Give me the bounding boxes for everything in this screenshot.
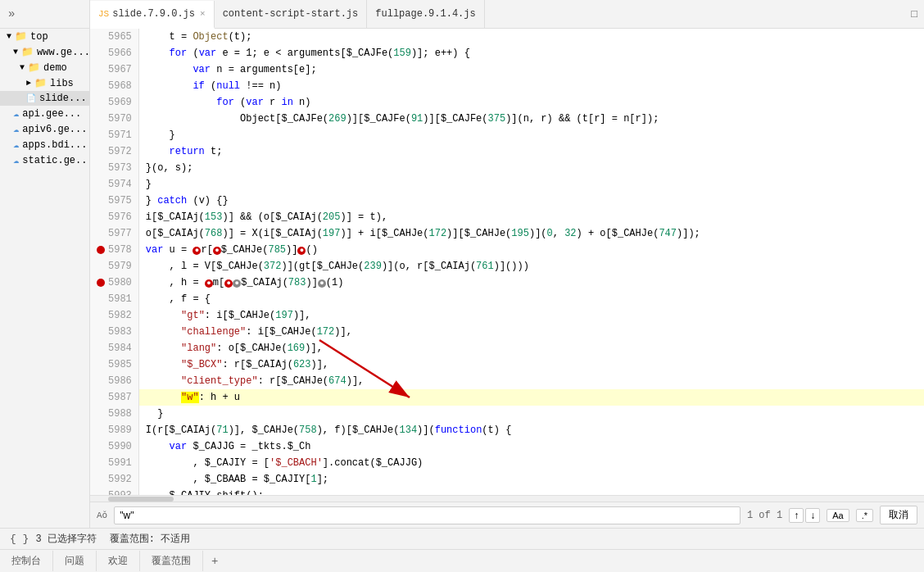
file-icon-slide: 📄 (26, 93, 36, 103)
tab-label-content: content-script-start.js (223, 8, 359, 20)
tab-label-slide: slide.7.9.0.js (112, 8, 195, 20)
ln-5993: 5993 (97, 488, 132, 495)
sidebar-label-www: www.ge... (37, 47, 89, 58)
folder-arrow-demo: ▼ (20, 63, 25, 72)
line-numbers: 5965 5966 5967 5968 5969 5970 5971 5972 … (90, 29, 139, 495)
code-line-5973: }(o, s); (139, 160, 924, 176)
code-line-5979: , l = V[$_CAHJe(372)](gt[$_CAHJe(239)](o… (139, 258, 924, 275)
code-line-5986: "client_type": r[$_CAHJe(674)], (139, 373, 924, 389)
code-line-5965: t = Object(t); (139, 29, 924, 45)
ln-5977: 5977 (97, 225, 132, 242)
sidebar-label-apiv6: apiv6.ge... (22, 124, 87, 135)
folder-arrow-www: ▼ (13, 48, 18, 57)
code-line-5987: "w": h + u (139, 389, 924, 406)
ln-5973: 5973 (97, 160, 132, 176)
tab-fullpage[interactable]: fullpage.9.1.4.js (367, 0, 484, 28)
ln-5990: 5990 (97, 438, 132, 455)
close-tab-slide[interactable]: × (200, 9, 206, 19)
code-line-5983: "challenge": i[$_CAHJe(172)], (139, 324, 924, 340)
tab-content-script[interactable]: content-script-start.js (215, 0, 368, 28)
sidebar-item-libs[interactable]: ► 📁 libs (0, 75, 89, 91)
editor-wrapper: 5965 5966 5967 5968 5969 5970 5971 5972 … (90, 29, 924, 528)
bottom-tab-coverage[interactable]: 覆盖范围 (140, 551, 203, 571)
sidebar-toggle-area: » (0, 0, 90, 28)
bottom-tab-welcome[interactable]: 欢迎 (97, 551, 140, 571)
code-content[interactable]: t = Object(t); for (var e = 1; e < argum… (139, 29, 924, 495)
search-case-btn[interactable]: Aa (827, 509, 849, 522)
search-input-wrap (114, 506, 741, 524)
ln-5974: 5974 (97, 176, 132, 193)
ln-5972: 5972 (97, 143, 132, 160)
code-line-5972: return t; (139, 143, 924, 160)
folder-arrow-top: ▼ (7, 32, 11, 41)
new-tab-btn[interactable]: □ (904, 8, 924, 20)
sidebar-item-www[interactable]: ▼ 📁 www.ge... (0, 44, 89, 60)
search-next-btn[interactable]: ↓ (805, 508, 820, 523)
code-line-5990: var $_CAJJG = _tkts.$_Ch (139, 438, 924, 455)
ln-5965: 5965 (97, 29, 132, 45)
code-line-5966: for (var e = 1; e < arguments[$_CAJFe(15… (139, 45, 924, 61)
ln-5978: 5978 (97, 242, 132, 258)
sidebar-label-slide: slide... (39, 93, 87, 104)
scrollbar-thumb[interactable] (108, 497, 174, 502)
ln-5971: 5971 (97, 127, 132, 143)
selection-info: 3 已选择字符 (35, 532, 96, 546)
expand-icon[interactable]: » (5, 6, 18, 22)
code-line-5974: } (139, 176, 924, 193)
search-bar: Aǒ 1 of 1 ↑ ↓ Aa .* 取消 (90, 502, 924, 528)
code-line-5991: , $_CAJIY = ['$_CBACH'].concat($_CAJJG) (139, 455, 924, 471)
code-line-5989: I(r[$_CAIAj(71)], $_CAHJe(758), f)[$_CAH… (139, 422, 924, 438)
ln-5975: 5975 (97, 193, 132, 209)
code-line-5981: , f = { (139, 291, 924, 307)
folder-icon-libs: 📁 (34, 77, 47, 89)
code-line-5976: i[$_CAIAj(153)] && (o[$_CAIAj(205)] = t)… (139, 209, 924, 225)
sidebar-label-apps: apps.bdi... (22, 139, 87, 151)
folder-icon-top: 📁 (15, 30, 27, 43)
code-line-5968: if (null !== n) (139, 78, 924, 94)
horizontal-scrollbar[interactable] (90, 495, 924, 502)
sidebar-item-api[interactable]: ☁ api.gee... (0, 106, 89, 121)
tab-label-fullpage: fullpage.9.1.4.js (375, 8, 475, 20)
code-line-5971: } (139, 127, 924, 143)
ln-5985: 5985 (97, 356, 132, 373)
sidebar-label-api: api.gee... (22, 108, 81, 120)
ln-5970: 5970 (97, 111, 132, 127)
sidebar-label-libs: libs (50, 78, 74, 89)
code-line-5967: var n = arguments[e]; (139, 61, 924, 78)
status-bar: { } 3 已选择字符 覆盖范围: 不适用 (0, 528, 924, 549)
code-line-5984: "lang": o[$_CAHJe(169)], (139, 340, 924, 356)
code-line-5970: Object[$_CAJFe(269)][$_CAJFe(91)][$_CAJF… (139, 111, 924, 127)
sidebar-item-slide[interactable]: 📄 slide... (0, 91, 89, 106)
cloud-icon-apiv6: ☁ (13, 123, 19, 135)
search-cancel-btn[interactable]: 取消 (880, 506, 917, 524)
tab-icon-slide: JS (98, 9, 109, 19)
search-prev-btn[interactable]: ↑ (789, 508, 804, 523)
tab-bar: » JS slide.7.9.0.js × content-script-sta… (0, 0, 924, 29)
coverage-info: 覆盖范围: 不适用 (110, 532, 190, 546)
code-line-5980: , h = ●m[●●$_CAIAj(783)]●(1) (139, 275, 924, 291)
sidebar-item-apiv6[interactable]: ☁ apiv6.ge... (0, 121, 89, 137)
sidebar-label-demo: demo (43, 62, 67, 74)
ln-5969: 5969 (97, 94, 132, 111)
code-line-5993: $_CAJIY.shift(); (139, 488, 924, 495)
code-line-5978: var u = ●r[●$_CAHJe(785)]●() (139, 242, 924, 258)
code-area[interactable]: 5965 5966 5967 5968 5969 5970 5971 5972 … (90, 29, 924, 495)
add-panel-btn[interactable]: + (203, 552, 226, 571)
bottom-tab-issues[interactable]: 问题 (53, 551, 97, 571)
search-input[interactable] (120, 510, 735, 521)
code-line-5975: } catch (v) {} (139, 193, 924, 209)
ln-5983: 5983 (97, 324, 132, 340)
tab-slide-js[interactable]: JS slide.7.9.0.js × (90, 1, 215, 29)
search-nav: ↑ ↓ (789, 508, 820, 523)
sidebar-item-apps[interactable]: ☁ apps.bdi... (0, 137, 89, 152)
ln-5989: 5989 (97, 422, 132, 438)
sidebar-item-demo[interactable]: ▼ 📁 demo (0, 60, 89, 75)
sidebar-item-top[interactable]: ▼ 📁 top (0, 29, 89, 44)
ln-5981: 5981 (97, 291, 132, 307)
cloud-icon-api: ☁ (13, 107, 19, 120)
bottom-tab-console[interactable]: 控制台 (0, 551, 53, 571)
sidebar-item-static[interactable]: ☁ static.ge... (0, 152, 89, 168)
ln-5991: 5991 (97, 455, 132, 471)
folder-icon-demo: 📁 (28, 61, 40, 74)
search-regex-btn[interactable]: .* (856, 509, 873, 522)
